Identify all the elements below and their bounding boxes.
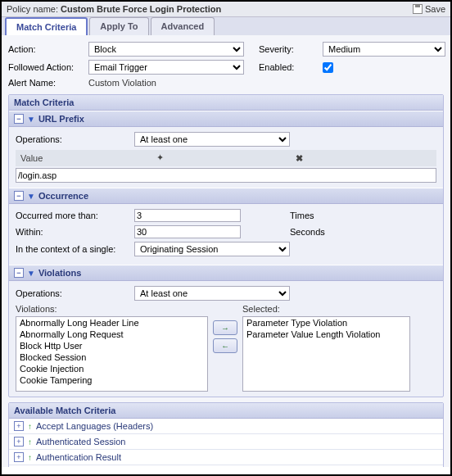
violations-header[interactable]: − ▼ Violations xyxy=(9,265,443,281)
url-prefix-title: URL Prefix xyxy=(38,114,84,124)
available-criteria-item[interactable]: + ↑ Accept Languages (Headers) xyxy=(9,419,443,434)
list-item[interactable]: Block Http User xyxy=(16,340,207,351)
arrow-up-icon[interactable]: ↑ xyxy=(28,422,32,431)
policy-name-value: Custom Brute Force Login Protection xyxy=(61,4,221,14)
policy-name-label: Policy name: xyxy=(7,4,58,14)
url-operations-select[interactable]: At least one xyxy=(134,132,290,147)
occurred-more-than-label: Occurred more than: xyxy=(16,211,134,220)
move-left-button[interactable]: ← xyxy=(213,338,237,353)
occurrence-title: Occurrence xyxy=(38,191,88,201)
delete-icon[interactable]: ✖ xyxy=(296,153,432,163)
url-operations-label: Operations: xyxy=(16,134,134,144)
violations-selected-list[interactable]: Parameter Type Violation Parameter Value… xyxy=(242,316,410,392)
expand-icon[interactable]: + xyxy=(14,421,24,431)
within-input[interactable] xyxy=(134,225,241,238)
arrow-down-icon[interactable]: ▼ xyxy=(27,115,35,124)
alert-name-value: Custom Violation xyxy=(88,78,252,88)
expand-icon[interactable]: + xyxy=(14,452,24,462)
url-prefix-header[interactable]: − ▼ URL Prefix xyxy=(9,111,443,127)
occurred-more-than-input[interactable] xyxy=(134,209,241,222)
list-item[interactable]: Abnormally Long Header Line xyxy=(16,317,207,329)
enabled-checkbox[interactable] xyxy=(323,62,333,73)
violations-operations-select[interactable]: At least one xyxy=(134,286,290,301)
list-item[interactable]: Parameter Value Length Violation xyxy=(243,329,409,340)
violations-title: Violations xyxy=(38,268,81,278)
move-right-button[interactable]: → xyxy=(213,320,237,335)
available-criteria-item[interactable]: + ↑ Authenticated Session xyxy=(9,434,443,450)
arrow-down-icon[interactable]: ▼ xyxy=(27,192,35,201)
save-label: Save xyxy=(425,4,445,14)
arrow-up-icon[interactable]: ↑ xyxy=(28,437,32,447)
collapse-icon[interactable]: − xyxy=(14,268,24,278)
severity-select[interactable]: Medium xyxy=(323,42,445,57)
action-label: Action: xyxy=(8,44,82,54)
list-item[interactable]: Parameter Type Violation xyxy=(243,317,409,329)
occurrence-header[interactable]: − ▼ Occurrence xyxy=(9,188,443,204)
tab-advanced[interactable]: Advanced xyxy=(151,17,215,35)
collapse-icon[interactable]: − xyxy=(14,114,24,124)
match-criteria-header: Match Criteria xyxy=(9,95,443,111)
action-select[interactable]: Block xyxy=(88,42,244,57)
available-item-label: Authenticated Session xyxy=(36,437,125,447)
violations-available-label: Violations: xyxy=(16,304,208,314)
available-criteria-item[interactable]: + ↑ Authentication Result xyxy=(9,450,443,465)
tab-bar: Match Criteria Apply To Advanced xyxy=(2,17,450,35)
save-icon xyxy=(413,4,423,14)
arrow-up-icon[interactable]: ↑ xyxy=(28,453,32,462)
available-criteria-header: Available Match Criteria xyxy=(9,403,443,419)
within-label: Within: xyxy=(16,227,134,237)
available-criteria-panel: Available Match Criteria + ↑ Accept Lang… xyxy=(8,402,444,467)
available-item-label: Accept Languages (Headers) xyxy=(36,421,153,431)
context-label: In the context of a single: xyxy=(16,244,134,254)
save-button[interactable]: Save xyxy=(413,4,445,14)
tab-apply-to[interactable]: Apply To xyxy=(89,17,148,35)
list-item[interactable]: Abnormally Long Request xyxy=(16,329,207,340)
violations-operations-label: Operations: xyxy=(16,288,134,298)
expand-icon[interactable]: + xyxy=(14,437,24,447)
tab-match-criteria[interactable]: Match Criteria xyxy=(5,17,88,35)
context-select[interactable]: Originating Session xyxy=(134,242,290,256)
followed-action-select[interactable]: Email Trigger xyxy=(88,60,244,75)
list-item[interactable]: Cookie Tampering xyxy=(16,374,207,386)
collapse-icon[interactable]: − xyxy=(14,191,24,201)
seconds-label: Seconds xyxy=(290,227,325,237)
times-label: Times xyxy=(290,211,314,220)
severity-label: Severity: xyxy=(259,44,316,54)
violations-available-list[interactable]: Abnormally Long Header Line Abnormally L… xyxy=(16,316,208,392)
enabled-label: Enabled: xyxy=(259,62,316,72)
available-criteria-item[interactable]: + ↑ Authentication URL xyxy=(9,465,443,467)
list-item[interactable]: Cookie Injection xyxy=(16,363,207,374)
url-value-input[interactable] xyxy=(16,168,436,183)
value-column-label: Value xyxy=(20,153,156,163)
list-item[interactable]: Blocked Session xyxy=(16,351,207,363)
violations-selected-label: Selected: xyxy=(242,304,410,314)
alert-name-label: Alert Name: xyxy=(8,78,82,88)
match-criteria-panel: Match Criteria − ▼ URL Prefix Operations… xyxy=(8,94,444,397)
followed-action-label: Followed Action: xyxy=(8,62,82,72)
available-item-label: Authentication Result xyxy=(36,452,121,462)
wand-icon[interactable]: ✦ xyxy=(156,152,292,164)
arrow-down-icon[interactable]: ▼ xyxy=(27,269,35,278)
